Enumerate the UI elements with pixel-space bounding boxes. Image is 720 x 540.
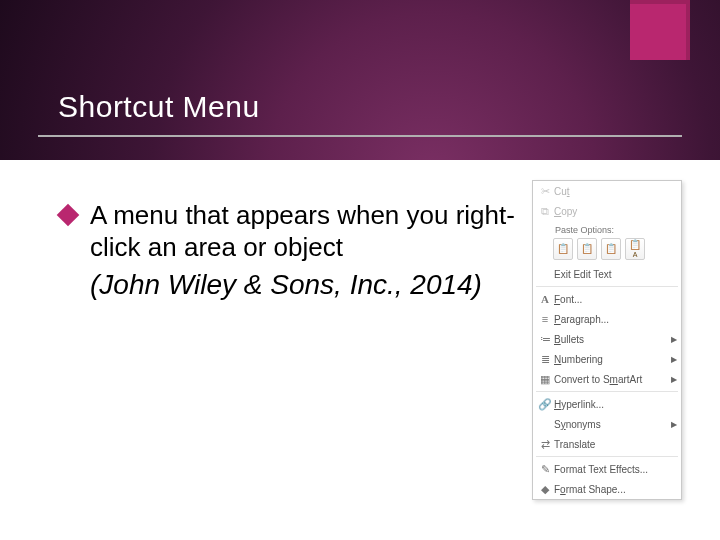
format-shape-icon: ◆ xyxy=(536,483,554,496)
citation-text: (John Wiley & Sons, Inc., 2014) xyxy=(90,268,490,302)
menu-item-format-text-effects[interactable]: ✎Format Text Effects... xyxy=(533,459,681,479)
format-text-effects-icon: ✎ xyxy=(536,463,554,476)
menu-separator xyxy=(536,391,678,392)
menu-item-numbering[interactable]: ≣Numbering▶ xyxy=(533,349,681,369)
menu-item-label: Format Text Effects... xyxy=(554,464,677,475)
header-underline xyxy=(38,135,682,137)
menu-item-format-shape[interactable]: ◆Format Shape... xyxy=(533,479,681,499)
menu-item-label: Paragraph... xyxy=(554,314,677,325)
menu-item-label: Synonyms xyxy=(554,419,667,430)
accent-square xyxy=(630,0,690,60)
submenu-arrow-icon: ▶ xyxy=(671,335,677,344)
numbering-icon: ≣ xyxy=(536,353,554,366)
menu-item-label: Format Shape... xyxy=(554,484,677,495)
menu-item-exit-edit-text[interactable]: Exit Edit Text xyxy=(533,264,681,284)
page-title: Shortcut Menu xyxy=(58,90,260,124)
paste-options-buttons: 📋📋📋📋A xyxy=(536,238,678,260)
paste-option-merge[interactable]: 📋 xyxy=(577,238,597,260)
menu-item-cut: ✂Cut xyxy=(533,181,681,201)
clipboard-icon: 📋 xyxy=(557,244,569,254)
hyperlink-icon: 🔗 xyxy=(536,398,554,411)
menu-item-bullets[interactable]: ≔Bullets▶ xyxy=(533,329,681,349)
slide: Shortcut Menu A menu that appears when y… xyxy=(0,0,720,540)
menu-item-hyperlink[interactable]: 🔗Hyperlink... xyxy=(533,394,681,414)
menu-item-font[interactable]: AFont... xyxy=(533,289,681,309)
body-text: A menu that appears when you right-click… xyxy=(90,200,520,263)
paragraph-icon: ≡ xyxy=(536,313,554,325)
bullets-icon: ≔ xyxy=(536,333,554,346)
paste-options-block: Paste Options:📋📋📋📋A xyxy=(533,221,681,264)
menu-item-label: Font... xyxy=(554,294,677,305)
menu-item-translate[interactable]: ⇄Translate xyxy=(533,434,681,454)
font-icon: A xyxy=(536,293,554,305)
clipboard-icon: 📋 xyxy=(629,240,641,250)
menu-item-label: Translate xyxy=(554,439,677,450)
menu-item-label: Convert to SmartArt xyxy=(554,374,667,385)
submenu-arrow-icon: ▶ xyxy=(671,375,677,384)
paste-option-text-only[interactable]: 📋A xyxy=(625,238,645,260)
menu-item-copy: ⧉Copy xyxy=(533,201,681,221)
menu-item-label: Bullets xyxy=(554,334,667,345)
paste-option-tag: A xyxy=(633,251,638,258)
menu-item-synonyms[interactable]: Synonyms▶ xyxy=(533,414,681,434)
translate-icon: ⇄ xyxy=(536,438,554,451)
submenu-arrow-icon: ▶ xyxy=(671,420,677,429)
paste-options-label: Paste Options: xyxy=(536,223,678,238)
copy-icon: ⧉ xyxy=(536,205,554,218)
menu-item-label: Cut xyxy=(554,186,677,197)
menu-item-label: Copy xyxy=(554,206,677,217)
submenu-arrow-icon: ▶ xyxy=(671,355,677,364)
cut-icon: ✂ xyxy=(536,185,554,198)
menu-item-label: Hyperlink... xyxy=(554,399,677,410)
bullet-icon xyxy=(57,204,80,227)
convert-to-smartart-icon: ▦ xyxy=(536,373,554,386)
context-menu[interactable]: ✂Cut⧉CopyPaste Options:📋📋📋📋AExit Edit Te… xyxy=(532,180,682,500)
menu-separator xyxy=(536,456,678,457)
paste-option-picture[interactable]: 📋 xyxy=(601,238,621,260)
clipboard-icon: 📋 xyxy=(581,244,593,254)
paste-option-keep-source[interactable]: 📋 xyxy=(553,238,573,260)
menu-item-paragraph[interactable]: ≡Paragraph... xyxy=(533,309,681,329)
menu-item-label: Exit Edit Text xyxy=(554,269,677,280)
menu-separator xyxy=(536,286,678,287)
clipboard-icon: 📋 xyxy=(605,244,617,254)
menu-item-label: Numbering xyxy=(554,354,667,365)
menu-item-convert-to-smartart[interactable]: ▦Convert to SmartArt▶ xyxy=(533,369,681,389)
